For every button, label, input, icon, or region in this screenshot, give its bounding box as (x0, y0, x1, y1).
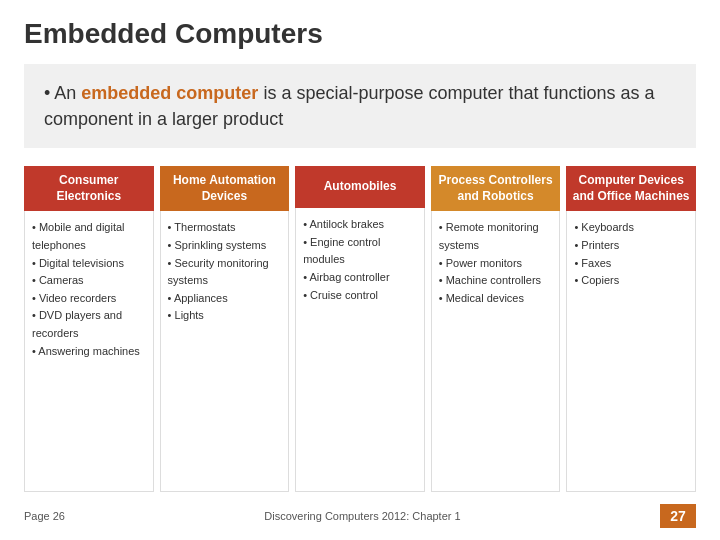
list-item: Antilock brakes (303, 216, 417, 234)
card-body-consumer: Mobile and digital telephones Digital te… (24, 211, 154, 492)
list-item: Faxes (574, 255, 688, 273)
list-item: Lights (168, 307, 282, 325)
list-item: Mobile and digital telephones (32, 219, 146, 254)
card-header-text: Automobiles (324, 179, 397, 195)
list-item: Engine control modules (303, 234, 417, 269)
card-list: Remote monitoring systems Power monitors… (439, 219, 553, 307)
slide: Embedded Computers • An embedded compute… (0, 0, 720, 540)
card-list: Mobile and digital telephones Digital te… (32, 219, 146, 360)
card-header-consumer: ConsumerElectronics (24, 166, 154, 211)
list-item: Appliances (168, 290, 282, 308)
footer-center-text: Discovering Computers 2012: Chapter 1 (264, 510, 460, 522)
card-consumer-electronics: ConsumerElectronics Mobile and digital t… (24, 166, 154, 492)
card-header-text: ConsumerElectronics (56, 173, 121, 204)
card-body-auto: Antilock brakes Engine control modules A… (295, 208, 425, 492)
card-body-home: Thermostats Sprinkling systems Security … (160, 211, 290, 492)
list-item: Printers (574, 237, 688, 255)
list-item: Cameras (32, 272, 146, 290)
list-item: Answering machines (32, 343, 146, 361)
list-item: Medical devices (439, 290, 553, 308)
card-header-auto: Automobiles (295, 166, 425, 208)
cards-row: ConsumerElectronics Mobile and digital t… (24, 166, 696, 492)
card-header-text: Computer Devicesand Office Machines (573, 173, 690, 204)
card-body-process: Remote monitoring systems Power monitors… (431, 211, 561, 492)
bullet-prefix: An (54, 83, 81, 103)
card-list: Antilock brakes Engine control modules A… (303, 216, 417, 304)
list-item: Keyboards (574, 219, 688, 237)
list-item: Airbag controller (303, 269, 417, 287)
card-home-automation: Home AutomationDevices Thermostats Sprin… (160, 166, 290, 492)
bullet-section: • An embedded computer is a special-purp… (24, 64, 696, 148)
card-header-text: Process Controllersand Robotics (439, 173, 553, 204)
bullet-highlight: embedded computer (81, 83, 258, 103)
list-item: Power monitors (439, 255, 553, 273)
footer: Page 26 Discovering Computers 2012: Chap… (24, 500, 696, 528)
list-item: Copiers (574, 272, 688, 290)
card-header-process: Process Controllersand Robotics (431, 166, 561, 211)
list-item: Digital televisions (32, 255, 146, 273)
card-computer-devices: Computer Devicesand Office Machines Keyb… (566, 166, 696, 492)
card-header-text: Home AutomationDevices (173, 173, 276, 204)
list-item: Security monitoring systems (168, 255, 282, 290)
list-item: Machine controllers (439, 272, 553, 290)
footer-page-number: 27 (660, 504, 696, 528)
list-item: Sprinkling systems (168, 237, 282, 255)
slide-title: Embedded Computers (24, 18, 696, 50)
card-list: Thermostats Sprinkling systems Security … (168, 219, 282, 325)
card-header-home: Home AutomationDevices (160, 166, 290, 211)
list-item: Cruise control (303, 287, 417, 305)
footer-page-label: Page 26 (24, 510, 65, 522)
card-process-controllers: Process Controllersand Robotics Remote m… (431, 166, 561, 492)
list-item: Thermostats (168, 219, 282, 237)
list-item: Remote monitoring systems (439, 219, 553, 254)
card-body-computer: Keyboards Printers Faxes Copiers (566, 211, 696, 492)
card-list: Keyboards Printers Faxes Copiers (574, 219, 688, 289)
list-item: DVD players and recorders (32, 307, 146, 342)
card-automobiles: Automobiles Antilock brakes Engine contr… (295, 166, 425, 492)
card-header-computer: Computer Devicesand Office Machines (566, 166, 696, 211)
bullet-text: • An embedded computer is a special-purp… (44, 80, 676, 132)
list-item: Video recorders (32, 290, 146, 308)
